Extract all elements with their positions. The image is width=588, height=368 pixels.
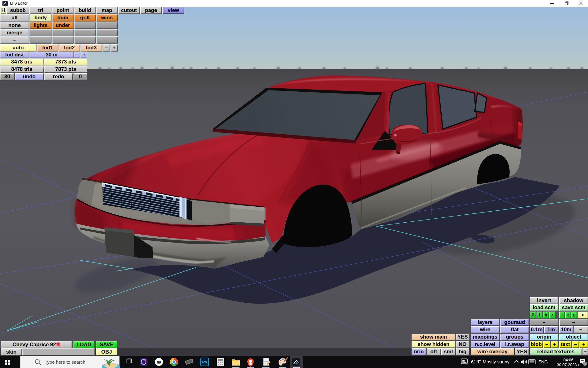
svg-text:04:06: 04:06	[564, 358, 574, 362]
svg-text:61°F: 61°F	[471, 359, 481, 364]
svg-text:ENG: ENG	[538, 359, 548, 364]
svg-text:W: W	[157, 359, 161, 365]
svg-text:Mostly sunny: Mostly sunny	[483, 359, 510, 364]
svg-text:1: 1	[584, 362, 586, 366]
svg-text:Ps: Ps	[202, 360, 207, 364]
svg-text:30.07.2023 г.: 30.07.2023 г.	[557, 362, 580, 367]
svg-text:Type here to search: Type here to search	[45, 359, 85, 365]
